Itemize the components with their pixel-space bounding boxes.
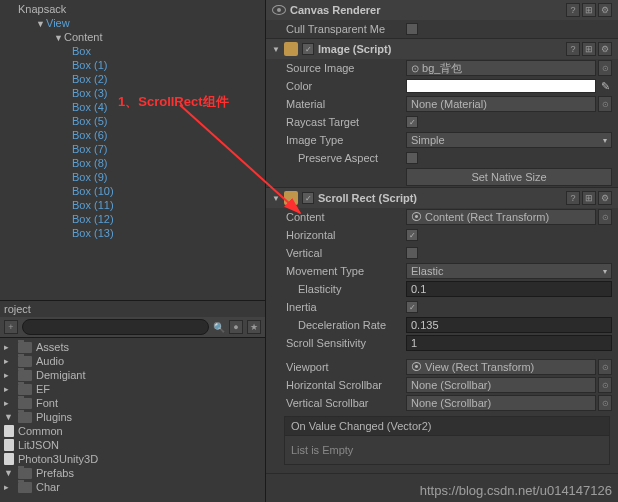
hierarchy-item-view[interactable]: ▼View	[0, 16, 265, 30]
folder-icon	[18, 482, 32, 493]
hierarchy-item-content[interactable]: ▼Content	[0, 30, 265, 44]
prop-label: Cull Transparent Me	[286, 23, 402, 35]
hierarchy-item-box[interactable]: Box (2)	[0, 72, 265, 86]
folder-icon	[18, 398, 32, 409]
object-picker-button[interactable]: ⊙	[598, 96, 612, 112]
cull-checkbox[interactable]	[406, 23, 418, 35]
preset-button[interactable]: ⊞	[582, 3, 596, 17]
expand-arrow-icon[interactable]: ▼	[54, 33, 64, 43]
fold-arrow-icon[interactable]: ▼	[272, 45, 280, 54]
filter-button[interactable]: ★	[247, 320, 261, 334]
object-picker-button[interactable]: ⊙	[598, 359, 612, 375]
object-picker-button[interactable]: ⊙	[598, 209, 612, 225]
prop-label: Viewport	[286, 361, 402, 373]
menu-button[interactable]: ⚙	[598, 42, 612, 56]
help-button[interactable]: ?	[566, 3, 580, 17]
canvas-renderer-component: Canvas Renderer ? ⊞ ⚙ Cull Transparent M…	[266, 0, 618, 39]
folder-item[interactable]: ▼Prefabs	[0, 466, 265, 480]
expand-arrow-icon[interactable]: ▼	[36, 19, 46, 29]
filter-button[interactable]: ●	[229, 320, 243, 334]
folder-icon	[18, 468, 32, 479]
preserve-checkbox[interactable]	[406, 152, 418, 164]
hierarchy-item-box[interactable]: Box (1)	[0, 58, 265, 72]
prop-label: Elasticity	[286, 283, 402, 295]
file-icon	[4, 425, 14, 437]
project-search-input[interactable]	[22, 319, 209, 335]
source-image-field[interactable]: bg_背包	[406, 60, 596, 76]
folder-item[interactable]: ▸Audio	[0, 354, 265, 368]
file-icon	[4, 439, 14, 451]
image-component: ▼ Image (Script) ? ⊞ ⚙ Source Image bg_背…	[266, 39, 618, 188]
event-header: On Value Changed (Vector2)	[285, 417, 609, 436]
file-item[interactable]: LitJSON	[0, 438, 265, 452]
help-button[interactable]: ?	[566, 42, 580, 56]
content-field[interactable]: ⦿ Content (Rect Transform)	[406, 209, 596, 225]
enable-checkbox[interactable]	[302, 43, 314, 55]
folder-icon	[18, 412, 32, 423]
event-empty-label: List is Empty	[285, 436, 609, 464]
event-list: On Value Changed (Vector2) List is Empty	[284, 416, 610, 465]
object-picker-button[interactable]: ⊙	[598, 377, 612, 393]
folder-icon	[18, 384, 32, 395]
project-panel: roject + 🔍 ● ★ ▸Assets ▸Audio ▸Demigiant…	[0, 300, 265, 502]
prop-label: Vertical	[286, 247, 402, 259]
preset-button[interactable]: ⊞	[582, 191, 596, 205]
raycast-checkbox[interactable]	[406, 116, 418, 128]
folder-item[interactable]: ▸Font	[0, 396, 265, 410]
set-native-size-button[interactable]: Set Native Size	[406, 168, 612, 186]
hierarchy-item-box[interactable]: Box (13)	[0, 226, 265, 240]
script-icon	[284, 42, 298, 56]
eyedropper-icon[interactable]: ✎	[598, 79, 612, 93]
hierarchy-item-knapsack[interactable]: Knapsack	[0, 2, 265, 16]
component-title: Image (Script)	[318, 43, 562, 55]
object-picker-button[interactable]: ⊙	[598, 395, 612, 411]
assets-root[interactable]: ▸Assets	[0, 340, 265, 354]
color-field[interactable]	[406, 79, 596, 93]
prop-label: Scroll Sensitivity	[286, 337, 402, 349]
folder-item[interactable]: ▼Plugins	[0, 410, 265, 424]
scroll-rect-component: ▼ Scroll Rect (Script) ? ⊞ ⚙ Content ⦿ C…	[266, 188, 618, 474]
hscrollbar-field[interactable]: None (Scrollbar)	[406, 377, 596, 393]
inspector-panel: Canvas Renderer ? ⊞ ⚙ Cull Transparent M…	[266, 0, 618, 502]
sensitivity-input[interactable]	[406, 335, 612, 351]
folder-icon	[18, 370, 32, 381]
component-title: Scroll Rect (Script)	[318, 192, 562, 204]
svg-line-1	[180, 105, 300, 213]
folder-item[interactable]: ▸Char	[0, 480, 265, 494]
folder-item[interactable]: ▸Demigiant	[0, 368, 265, 382]
elasticity-input[interactable]	[406, 281, 612, 297]
file-icon	[4, 453, 14, 465]
horizontal-checkbox[interactable]	[406, 229, 418, 241]
object-picker-button[interactable]: ⊙	[598, 60, 612, 76]
viewport-field[interactable]: ⦿ View (Rect Transform)	[406, 359, 596, 375]
image-type-dropdown[interactable]: Simple	[406, 132, 612, 148]
prop-label: Movement Type	[286, 265, 402, 277]
prop-label: Horizontal	[286, 229, 402, 241]
project-toolbar: + 🔍 ● ★	[0, 317, 265, 338]
menu-button[interactable]: ⚙	[598, 3, 612, 17]
component-title: Canvas Renderer	[290, 4, 562, 16]
prop-label: Inertia	[286, 301, 402, 313]
vertical-checkbox[interactable]	[406, 247, 418, 259]
menu-button[interactable]: ⚙	[598, 191, 612, 205]
create-button[interactable]: +	[4, 320, 18, 334]
folder-icon	[18, 342, 32, 353]
file-item[interactable]: Common	[0, 424, 265, 438]
folder-icon	[18, 356, 32, 367]
project-header: roject	[0, 301, 265, 317]
help-button[interactable]: ?	[566, 191, 580, 205]
material-field[interactable]: None (Material)	[406, 96, 596, 112]
inertia-checkbox[interactable]	[406, 301, 418, 313]
file-item[interactable]: Photon3Unity3D	[0, 452, 265, 466]
movement-type-dropdown[interactable]: Elastic	[406, 263, 612, 279]
annotation-arrow-icon	[175, 95, 310, 225]
folder-item[interactable]: ▸EF	[0, 382, 265, 396]
vscrollbar-field[interactable]: None (Scrollbar)	[406, 395, 596, 411]
visibility-icon	[272, 5, 286, 15]
hierarchy-item-box[interactable]: Box	[0, 44, 265, 58]
assets-list: ▸Assets ▸Audio ▸Demigiant ▸EF ▸Font ▼Plu…	[0, 338, 265, 496]
prop-label: Source Image	[286, 62, 402, 74]
preset-button[interactable]: ⊞	[582, 42, 596, 56]
prop-label: Horizontal Scrollbar	[286, 379, 402, 391]
deceleration-input[interactable]	[406, 317, 612, 333]
